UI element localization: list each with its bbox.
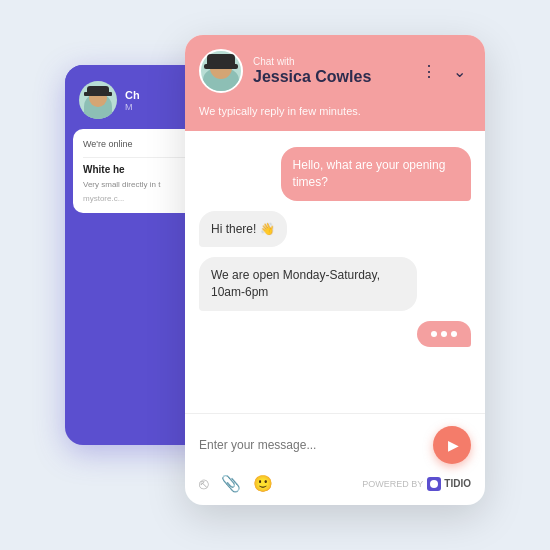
message-input[interactable] (199, 438, 433, 452)
back-card-subtitle: M (125, 102, 140, 112)
network-icon[interactable]: ⎋ (199, 475, 209, 493)
emoji-icon[interactable]: 🙂 (253, 474, 273, 493)
input-row: ▶ (199, 426, 471, 464)
typing-dot-2 (441, 331, 447, 337)
attach-icon[interactable]: 📎 (221, 474, 241, 493)
typing-indicator (417, 321, 471, 347)
tidio-logo: TIDIO (427, 477, 471, 491)
chat-header-info: Chat with Jessica Cowles (253, 56, 407, 86)
more-options-icon[interactable]: ⋮ (417, 59, 441, 83)
message-incoming-2: We are open Monday-Saturday, 10am-6pm (199, 257, 417, 311)
reply-time-text: We typically reply in few minutes. (185, 105, 485, 131)
toolbar-row: ⎋ 📎 🙂 POWERED BY TIDIO (199, 474, 471, 493)
powered-by: POWERED BY TIDIO (362, 477, 471, 491)
send-button[interactable]: ▶ (433, 426, 471, 464)
powered-by-text: POWERED BY (362, 479, 423, 489)
back-card-title-wrap: Ch M (125, 88, 140, 112)
messages-area: Hello, what are your opening times? Hi t… (185, 131, 485, 413)
chat-header: Chat with Jessica Cowles ⋮ ⌄ (185, 35, 485, 105)
agent-avatar (199, 49, 243, 93)
back-card-title: Ch (125, 88, 140, 102)
agent-name: Jessica Cowles (253, 67, 407, 86)
send-icon: ▶ (448, 437, 459, 453)
message-incoming-1: Hi there! 👋 (199, 211, 287, 248)
typing-dot-1 (431, 331, 437, 337)
chat-header-actions: ⋮ ⌄ (417, 59, 471, 83)
chat-with-label: Chat with (253, 56, 407, 67)
scene: Ch M We're online White he Very small di… (65, 35, 485, 515)
input-area: ▶ ⎋ 📎 🙂 POWERED BY TIDIO (185, 413, 485, 505)
chevron-down-icon[interactable]: ⌄ (447, 59, 471, 83)
typing-dot-3 (451, 331, 457, 337)
tidio-icon (427, 477, 441, 491)
tidio-brand-text: TIDIO (444, 478, 471, 489)
message-outgoing-1: Hello, what are your opening times? (281, 147, 471, 201)
back-card-avatar (79, 81, 117, 119)
chat-card: Chat with Jessica Cowles ⋮ ⌄ We typicall… (185, 35, 485, 505)
